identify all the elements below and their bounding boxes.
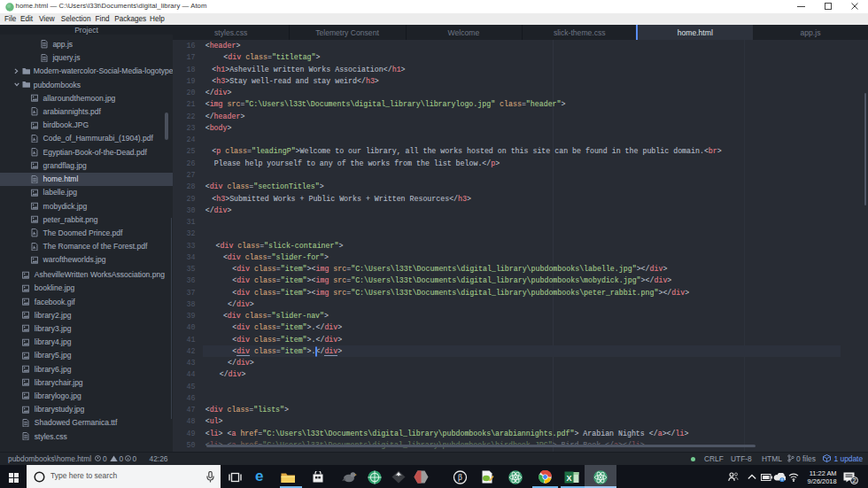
svg-text:2: 2: [853, 477, 856, 484]
svg-text:β: β: [458, 473, 462, 482]
svg-text:X: X: [566, 473, 571, 482]
